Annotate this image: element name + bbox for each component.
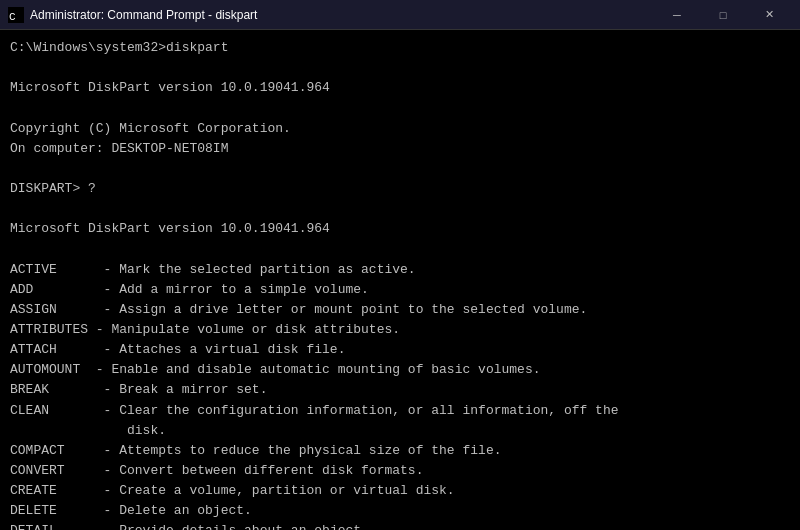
terminal-output: C:\Windows\system32>diskpart Microsoft D… [10, 38, 790, 530]
maximize-button[interactable]: □ [700, 0, 746, 30]
minimize-button[interactable]: ─ [654, 0, 700, 30]
cmd-icon: C [8, 7, 24, 23]
titlebar-left: C Administrator: Command Prompt - diskpa… [8, 7, 257, 23]
svg-text:C: C [9, 11, 16, 23]
close-button[interactable]: ✕ [746, 0, 792, 30]
titlebar: C Administrator: Command Prompt - diskpa… [0, 0, 800, 30]
terminal-window[interactable]: C:\Windows\system32>diskpart Microsoft D… [0, 30, 800, 530]
titlebar-controls: ─ □ ✕ [654, 0, 792, 30]
window-title: Administrator: Command Prompt - diskpart [30, 8, 257, 22]
